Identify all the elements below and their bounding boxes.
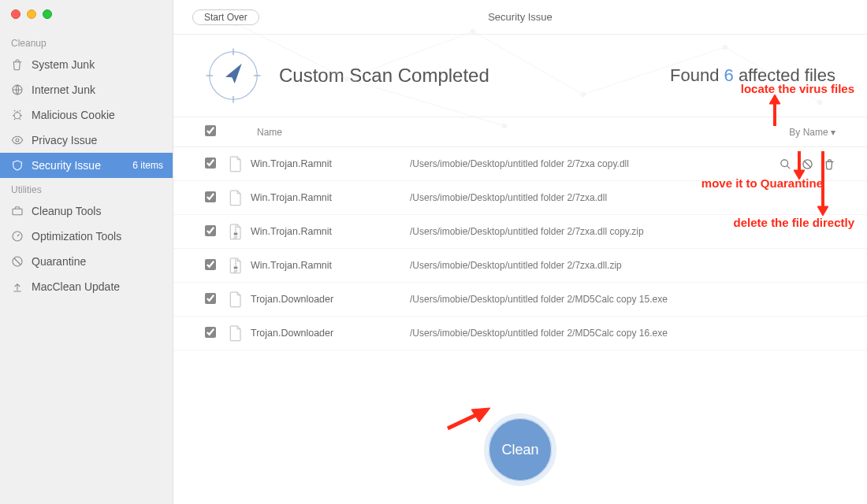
row-checkbox[interactable] <box>205 225 216 236</box>
table-row[interactable]: Trojan.Downloader/Users/imobie/Desktop/u… <box>173 283 867 317</box>
table-header: Name By Name ▾ <box>173 117 867 147</box>
sidebar-item-macclean-update[interactable]: MacClean Update <box>0 274 173 299</box>
table-row[interactable]: Win.Trojan.Ramnit/Users/imobie/Desktop/u… <box>173 181 867 215</box>
file-path: /Users/imobie/Desktop/untitled folder 2/… <box>410 158 779 169</box>
found-suffix: affected files <box>734 65 835 85</box>
sidebar-item-label: Optimization Tools <box>32 230 121 243</box>
sidebar: Cleanup System Junk Internet Junk Malici… <box>0 0 173 504</box>
globe-icon <box>11 83 24 96</box>
table-row[interactable]: ZIPWin.Trojan.Ramnit/Users/imobie/Deskto… <box>173 215 867 249</box>
file-path: /Users/imobie/Desktop/untitled folder 2/… <box>410 294 835 305</box>
sidebar-badge: 6 items <box>132 160 163 171</box>
sidebar-item-security-issue[interactable]: Security Issue 6 items <box>0 153 173 178</box>
trash-icon <box>11 58 24 71</box>
delete-button[interactable] <box>823 158 835 170</box>
svg-text:ZIP: ZIP <box>233 270 238 273</box>
main-panel: Start Over Security Issue Custom Scan Co… <box>173 0 867 504</box>
file-icon <box>229 324 251 342</box>
sidebar-item-label: Privacy Issue <box>32 134 97 146</box>
eye-icon <box>11 134 24 146</box>
minimize-window-button[interactable] <box>27 9 36 19</box>
window-title: Security Issue <box>488 11 553 23</box>
sidebar-item-label: Quarantine <box>32 255 86 268</box>
toolbox-icon <box>11 205 24 217</box>
row-checkbox[interactable] <box>205 259 216 270</box>
sidebar-item-cleanup-tools[interactable]: Cleanup Tools <box>0 198 173 224</box>
row-checkbox[interactable] <box>205 191 216 202</box>
svg-line-28 <box>804 161 810 167</box>
svg-point-25 <box>780 159 787 166</box>
ban-icon <box>11 255 24 268</box>
row-checkbox[interactable] <box>205 327 216 338</box>
table-row[interactable]: Win.Trojan.Ramnit/Users/imobie/Desktop/u… <box>173 147 867 181</box>
svg-text:ZIP: ZIP <box>233 236 238 239</box>
close-window-button[interactable] <box>11 9 20 19</box>
threat-name: Trojan.Downloader <box>251 294 410 305</box>
upload-icon <box>11 280 24 293</box>
sidebar-item-optimization-tools[interactable]: Optimization Tools <box>0 224 173 249</box>
found-prefix: Found <box>670 65 724 85</box>
threat-name: Win.Trojan.Ramnit <box>251 192 410 203</box>
threat-name: Trojan.Downloader <box>251 328 410 339</box>
sidebar-section-utilities: Utilities <box>0 178 173 198</box>
maximize-window-button[interactable] <box>43 9 52 19</box>
sidebar-section-cleanup: Cleanup <box>0 32 173 52</box>
file-icon <box>229 155 251 172</box>
results-table: Win.Trojan.Ramnit/Users/imobie/Desktop/u… <box>173 147 867 350</box>
sidebar-item-label: System Junk <box>32 58 95 71</box>
clean-button[interactable]: Clean <box>484 413 556 486</box>
sidebar-item-privacy-issue[interactable]: Privacy Issue <box>0 128 173 153</box>
threat-name: Win.Trojan.Ramnit <box>251 260 410 271</box>
column-header-name: Name <box>229 127 410 138</box>
svg-rect-29 <box>234 233 238 235</box>
svg-line-26 <box>787 165 790 169</box>
compass-icon <box>205 47 262 104</box>
file-icon <box>229 291 251 308</box>
sort-dropdown[interactable]: By Name ▾ <box>789 127 835 138</box>
threat-name: Win.Trojan.Ramnit <box>251 226 410 237</box>
start-over-button[interactable]: Start Over <box>192 9 259 25</box>
locate-button[interactable] <box>779 158 791 170</box>
file-icon <box>229 189 251 206</box>
sidebar-item-quarantine[interactable]: Quarantine <box>0 249 173 274</box>
threat-name: Win.Trojan.Ramnit <box>251 158 410 169</box>
shield-icon <box>11 159 24 172</box>
scan-header: Custom Scan Completed Found 6 affected f… <box>173 35 867 117</box>
svg-rect-3 <box>13 209 22 214</box>
table-row[interactable]: Trojan.Downloader/Users/imobie/Desktop/u… <box>173 317 867 350</box>
file-path: /Users/imobie/Desktop/untitled folder 2/… <box>410 192 835 203</box>
topbar: Start Over Security Issue <box>173 0 867 35</box>
file-path: /Users/imobie/Desktop/untitled folder 2/… <box>410 260 835 271</box>
table-row[interactable]: ZIPWin.Trojan.Ramnit/Users/imobie/Deskto… <box>173 249 867 283</box>
bug-icon <box>11 109 24 121</box>
svg-point-1 <box>14 113 20 119</box>
row-checkbox[interactable] <box>205 158 216 169</box>
zip-file-icon: ZIP <box>229 257 251 274</box>
file-path: /Users/imobie/Desktop/untitled folder 2/… <box>410 328 835 339</box>
sidebar-item-label: MacClean Update <box>32 280 120 293</box>
file-path: /Users/imobie/Desktop/untitled folder 2/… <box>410 226 835 237</box>
select-all-checkbox[interactable] <box>205 125 216 136</box>
sidebar-item-label: Security Issue <box>32 159 101 172</box>
window-controls <box>11 9 52 19</box>
sidebar-item-label: Internet Junk <box>32 83 95 96</box>
sidebar-item-system-junk[interactable]: System Junk <box>0 52 173 77</box>
svg-point-2 <box>16 139 19 142</box>
found-count: 6 <box>724 65 734 85</box>
sidebar-item-label: Cleanup Tools <box>32 205 101 217</box>
gauge-icon <box>11 230 24 243</box>
svg-rect-32 <box>234 267 238 269</box>
zip-file-icon: ZIP <box>229 223 251 240</box>
sidebar-item-label: Malicious Cookie <box>32 109 115 121</box>
svg-marker-24 <box>225 61 247 83</box>
scan-title: Custom Scan Completed <box>279 65 670 87</box>
row-checkbox[interactable] <box>205 293 216 304</box>
sidebar-item-malicious-cookie[interactable]: Malicious Cookie <box>0 102 173 128</box>
sidebar-item-internet-junk[interactable]: Internet Junk <box>0 77 173 102</box>
found-summary: Found 6 affected files <box>670 65 835 86</box>
quarantine-button[interactable] <box>801 158 813 170</box>
